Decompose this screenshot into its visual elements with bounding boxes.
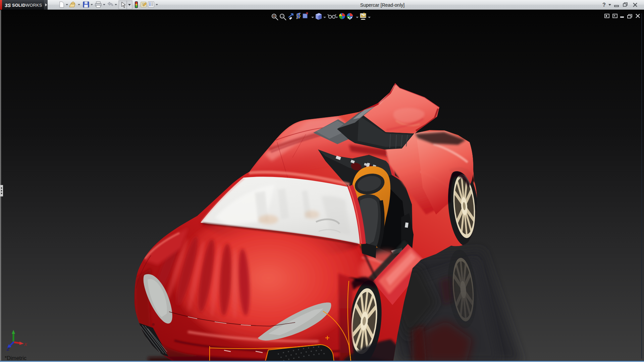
svg-text:3S: 3S [5, 2, 11, 8]
svg-text:Z: Z [6, 347, 10, 352]
svg-text:*Dimetric: *Dimetric [5, 355, 26, 361]
svg-text:SOLIDWORKS: SOLIDWORKS [12, 3, 42, 8]
svg-text:X: X [24, 342, 28, 347]
svg-text:?: ? [602, 2, 606, 8]
